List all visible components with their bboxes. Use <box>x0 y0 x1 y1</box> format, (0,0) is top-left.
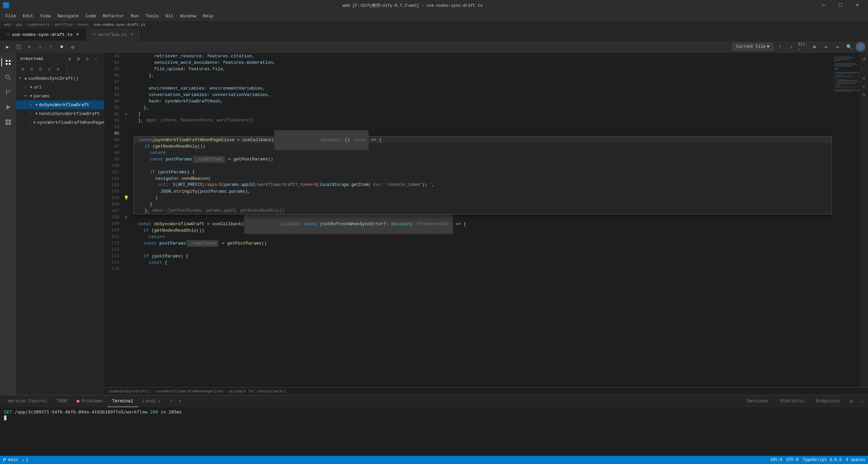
panel-tab-statistic[interactable]: Statistic <box>776 395 809 407</box>
sidebar-sort-button[interactable]: ⇅ <box>66 55 74 63</box>
menu-view[interactable]: View <box>37 12 53 20</box>
terminal-dropdown-button[interactable]: ▾ <box>177 398 184 405</box>
gutter-108[interactable]: ⊟ <box>123 214 129 220</box>
tree-item-params[interactable]: ▼ ● params <box>16 92 104 100</box>
step-out-button[interactable]: ↑ <box>46 42 56 52</box>
breadcrumb-item[interactable]: app <box>16 23 22 27</box>
panel-tab-endpoints[interactable]: Endpoints <box>812 395 845 407</box>
panel-tab-local[interactable]: Local × <box>138 395 165 407</box>
menu-window[interactable]: Window <box>178 12 199 20</box>
activity-source-control[interactable] <box>1 85 15 99</box>
menu-git[interactable]: Git <box>163 12 176 20</box>
sidebar-filter[interactable]: ☰ <box>37 66 44 73</box>
stop-button[interactable]: ■ <box>57 42 66 52</box>
svg-rect-28 <box>835 76 854 77</box>
menu-run[interactable]: Run <box>128 12 141 20</box>
tree-item-handlesync[interactable]: › ● handleSyncWorkflowDraft <box>16 109 104 118</box>
step-into-button[interactable]: ↓ <box>35 42 45 52</box>
tree-item-root[interactable]: ▼ ◆ useNodesSyncDraft() <box>16 74 104 83</box>
notification-icon2[interactable]: C <box>861 83 867 90</box>
sidebar-settings-button[interactable]: ⚙ <box>84 55 91 63</box>
restart-button[interactable]: ↺ <box>68 42 77 52</box>
minimize-button[interactable]: ─ <box>816 0 831 11</box>
line-num-102: 102 <box>104 175 119 182</box>
activity-explorer[interactable] <box>1 56 15 69</box>
debug-button[interactable]: ⬛ <box>14 42 23 52</box>
line-num-91: 91 <box>104 104 119 111</box>
panel-minimize-button[interactable]: ─ <box>858 398 865 405</box>
tab-close-button-2[interactable]: × <box>129 32 135 37</box>
notification-icon3[interactable]: N <box>861 92 867 98</box>
gutter-116 <box>123 266 129 272</box>
menu-file[interactable]: File <box>3 12 19 20</box>
panel-settings-button[interactable]: ⚙ <box>848 398 855 405</box>
cursor-position-status[interactable]: 105:6 <box>770 458 782 462</box>
activity-extensions[interactable] <box>1 115 15 129</box>
current-file-button[interactable]: Current File ▼ <box>732 43 773 51</box>
tab-workflow[interactable]: TS workflow.ts × <box>86 29 140 40</box>
tab-close-button[interactable]: × <box>75 32 80 37</box>
panel-tab-terminal[interactable]: Terminal <box>107 395 138 407</box>
code-line-83: retriever_resource: features.citation, <box>133 53 833 59</box>
git-status-button[interactable]: Git: ✓ <box>798 42 808 52</box>
bottom-breadcrumb-item-1[interactable]: useNodesSyncDraft() <box>108 389 151 393</box>
breadcrumb-item[interactable]: use-nodes-sync-draft.ts <box>94 23 145 27</box>
activity-run[interactable] <box>1 100 15 114</box>
git-merge-button[interactable]: ⊕ <box>810 42 819 52</box>
sidebar-collapse-all[interactable]: ⊟ <box>28 66 35 73</box>
breadcrumb-item[interactable]: components <box>27 23 50 27</box>
bottom-breadcrumb-item-2[interactable]: syncWorkflowDraftWhenPageClose <box>156 389 223 393</box>
problems-status[interactable]: ⚠ 1 <box>22 458 28 463</box>
language-status[interactable]: TypeScript 4.9.5 <box>803 458 842 462</box>
sidebar-expand2[interactable]: ⊞ <box>54 66 62 73</box>
tree-item-dosync[interactable]: › ● doSyncWorkflowDraft <box>16 100 104 109</box>
breadcrumb-item[interactable]: hooks <box>78 23 89 27</box>
add-terminal-button[interactable]: + <box>168 398 175 405</box>
profile-button[interactable]: 👤 <box>856 42 865 52</box>
tree-item-url[interactable]: › ● url <box>16 83 104 92</box>
git-push-button[interactable]: ↑ <box>775 42 785 52</box>
panel-tab-services[interactable]: Services <box>742 395 773 407</box>
alerts-icon[interactable]: ⚠1 <box>861 56 867 62</box>
menu-navigate[interactable]: Navigate <box>55 12 81 20</box>
code-content[interactable]: retriever_resource: features.citation, s… <box>130 53 833 387</box>
panel-tab-version-control[interactable]: Version Control <box>3 395 52 407</box>
gutter-92[interactable]: ⊟ <box>123 111 129 117</box>
encoding-status[interactable]: UTF-8 <box>786 458 798 462</box>
sidebar-anon[interactable]: ◎ <box>45 66 53 73</box>
step-over-button[interactable]: ↷ <box>24 42 34 52</box>
terminal-input-line[interactable] <box>4 415 864 420</box>
menu-tools[interactable]: Tools <box>143 12 161 20</box>
run-button[interactable]: ▶ <box>3 42 12 52</box>
undo-button[interactable]: ↩ <box>821 42 831 52</box>
panel-tab-problems[interactable]: Problems <box>72 395 107 407</box>
notification-icon1[interactable]: G <box>861 75 867 82</box>
git-pull-button[interactable]: ↓ <box>787 42 796 52</box>
menu-refactor[interactable]: Refactor <box>100 12 126 20</box>
sidebar-sort2[interactable]: ↕ <box>63 66 71 73</box>
sidebar-minimize-button[interactable]: ─ <box>93 55 100 63</box>
sidebar-expand-all[interactable]: ⊞ <box>19 66 26 73</box>
panel-tab-todo[interactable]: TODO <box>52 395 72 407</box>
menu-help[interactable]: Help <box>200 12 216 20</box>
maximize-button[interactable]: □ <box>833 0 848 11</box>
menu-edit[interactable]: Edit <box>20 12 36 20</box>
sidebar-options-button[interactable]: ⊞ <box>75 55 82 63</box>
tree-item-syncwhen[interactable]: › ● syncWorkflowDraftWhenPageClose <box>16 118 104 127</box>
svg-rect-1 <box>9 60 11 62</box>
title-bar-controls: ─ □ × <box>816 0 865 11</box>
indent-status[interactable]: 4 spaces <box>846 458 865 462</box>
redo-button[interactable]: ↪ <box>833 42 842 52</box>
menu-code[interactable]: Code <box>83 12 99 20</box>
close-tab-local[interactable]: × <box>158 399 160 403</box>
activity-search[interactable] <box>1 71 15 84</box>
bottom-breadcrumb-item-3[interactable]: callback for useCallback() <box>228 389 287 393</box>
activity-bar <box>0 53 16 395</box>
close-button[interactable]: × <box>850 0 865 11</box>
svg-rect-20 <box>834 64 858 65</box>
breadcrumb-item[interactable]: web <box>4 23 11 27</box>
git-branch-status[interactable]: main <box>3 458 18 462</box>
tab-use-nodes-sync-draft[interactable]: TS use-nodes-sync-draft.ts × <box>0 29 86 40</box>
search-button[interactable]: 🔍 <box>844 42 854 52</box>
breadcrumb-item[interactable]: workflow <box>55 23 73 27</box>
